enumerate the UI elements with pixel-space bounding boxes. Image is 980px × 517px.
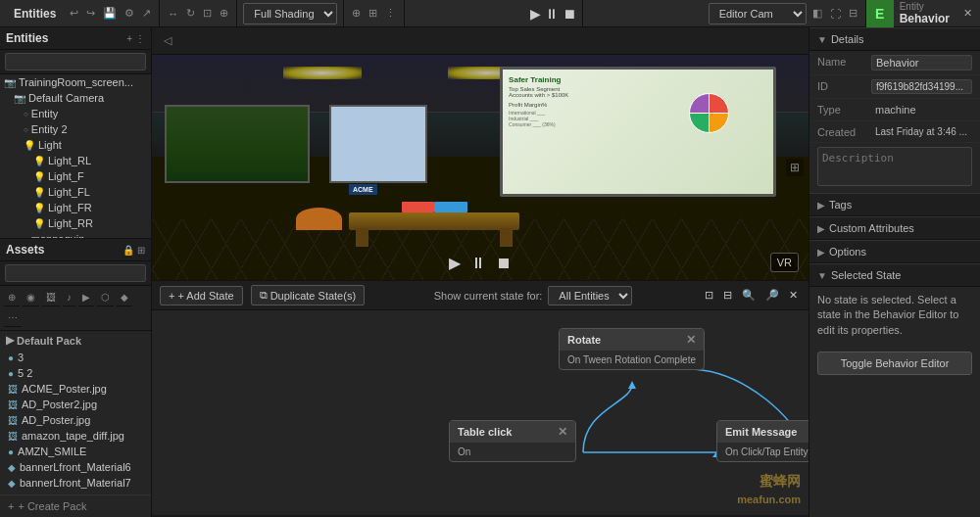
beh-close-icon[interactable]: ✕ (786, 287, 801, 304)
selected-state-section-header[interactable]: ▼ Selected State (809, 263, 980, 287)
options-section-header[interactable]: ▶ Options (809, 240, 980, 263)
behavior-area: + + Add State ⧉ Duplicate State(s) Show … (152, 280, 808, 515)
vr-headset-button[interactable]: VR (770, 253, 799, 272)
custom-attr-section-header[interactable]: ▶ Custom Attributes (809, 216, 980, 240)
expand-icon[interactable]: ⊞ (786, 159, 804, 176)
assets-default-pack-section[interactable]: ▶ Default Pack (0, 331, 151, 350)
close-right-icon[interactable]: ✕ (956, 7, 980, 20)
selected-state-section-label: Selected State (831, 269, 902, 281)
fullscreen-icon[interactable]: ⛶ (828, 7, 843, 21)
entities-search-input[interactable] (5, 53, 146, 70)
pause-button[interactable]: ⏸ (545, 6, 559, 22)
asset-item-3[interactable]: ● 3 (0, 350, 151, 365)
tree-item-light-rl[interactable]: 💡 Light_RL (29, 153, 151, 168)
tags-section-header[interactable]: ▶ Tags (809, 193, 980, 216)
undo-icon[interactable]: ↩ (68, 6, 80, 21)
assets-more-icon[interactable]: ⋯ (4, 309, 22, 327)
tree-item-light-fr[interactable]: 💡 Light_FR (29, 200, 151, 215)
assets-search-input[interactable] (5, 264, 146, 282)
create-pack-button[interactable]: + + Create Pack (0, 494, 151, 517)
duplicate-state-button[interactable]: ⧉ Duplicate State(s) (251, 285, 365, 306)
entity-filter-select[interactable]: All Entities (548, 286, 632, 306)
viewport-play-btn[interactable]: ▶ (449, 254, 461, 272)
tree-item-light-rr[interactable]: 💡 Light_RR (29, 215, 151, 231)
tree-item-light-fl[interactable]: 💡 Light_FL (29, 184, 151, 200)
rotate-node-title: Rotate (567, 334, 601, 346)
light-rl-icon: 💡 (33, 156, 45, 166)
tree-item-defaultcam[interactable]: 📷 Default Camera (10, 90, 151, 106)
assets-audio-icon[interactable]: ♪ (63, 289, 75, 306)
asset-item-banner7[interactable]: ◆ bannerLfront_Material7 (0, 475, 151, 491)
asset-item-52[interactable]: ● 5 2 (0, 365, 151, 381)
tree-item-mannequin[interactable]: ○ mannequin (20, 231, 151, 238)
beh-fit-icon[interactable]: ⊟ (720, 287, 735, 304)
scale-icon[interactable]: ⊡ (201, 6, 214, 21)
align-h-icon[interactable]: ⊞ (367, 6, 379, 21)
camera-dropdown[interactable]: Editor Cam Default Camera (709, 3, 807, 24)
beh-zoom-out-icon[interactable]: 🔍 (739, 287, 759, 304)
align-center-icon[interactable]: ⊕ (350, 6, 363, 21)
tags-section-label: Tags (829, 199, 852, 211)
viewport-pause-btn[interactable]: ⏸ (470, 254, 486, 272)
gear-icon[interactable]: ⚙ (122, 6, 136, 21)
tree-item-light[interactable]: 💡 Light (20, 137, 151, 153)
custom-attr-section-label: Custom Attributes (829, 222, 914, 234)
rotate-icon2[interactable]: ↻ (184, 6, 197, 21)
prop-created-row: Created Last Friday at 3:46 ... (809, 121, 980, 143)
assets-image-icon[interactable]: 🖼 (42, 289, 60, 306)
back-arrow-icon[interactable]: ◁ (160, 32, 175, 49)
tree-item-entity[interactable]: ○ Entity (20, 106, 151, 121)
entities-add-icon[interactable]: + (126, 33, 132, 44)
toggle-behavior-editor-button[interactable]: Toggle Behavior Editor (817, 352, 972, 375)
play-button[interactable]: ▶ (530, 6, 541, 22)
viewport-stop-btn[interactable]: ⏹ (496, 254, 512, 272)
assets-video-icon[interactable]: ▶ (78, 289, 94, 306)
tableclick-state-node[interactable]: Table click ✕ On (449, 420, 576, 462)
toggle-behavior-label: Toggle Behavior Editor (841, 357, 950, 369)
light-f-icon: 💡 (33, 171, 45, 182)
tree-item-entity2[interactable]: ○ Entity 2 (20, 121, 151, 137)
entities-panel-title: Entities (6, 31, 48, 45)
layout-icon[interactable]: ⊟ (847, 6, 859, 21)
assets-material-icon[interactable]: ◆ (117, 289, 132, 306)
entities-options-icon[interactable]: ⋮ (135, 33, 145, 44)
assets-all-icon[interactable]: ⊕ (4, 289, 20, 306)
snap2-icon[interactable]: ⋮ (383, 6, 398, 21)
rotate-node-body: On Tween Rotation Complete (560, 351, 704, 369)
behavior-canvas[interactable]: Rotate ✕ On Tween Rotation Complete Tabl… (152, 310, 808, 515)
assets-grid-icon[interactable]: ⊞ (137, 245, 145, 256)
asset-item-adposter2[interactable]: 🖼 AD_Poster2.jpg (0, 397, 151, 412)
tree-item-light-f[interactable]: 💡 Light_F (29, 168, 151, 184)
details-section-header[interactable]: ▼ Details (809, 27, 980, 51)
playback-section: ▶ ⏸ ⏹ (524, 0, 583, 26)
add-state-button[interactable]: + + Add State (160, 286, 243, 306)
description-input[interactable] (817, 147, 972, 186)
save-icon[interactable]: 💾 (101, 6, 119, 21)
assets-lock-icon[interactable]: 🔒 (122, 245, 134, 256)
asset-item-amazon-tape[interactable]: 🖼 amazon_tape_diff.jpg (0, 428, 151, 444)
share-icon[interactable]: ↗ (140, 6, 153, 21)
tableclick-node-close[interactable]: ✕ (558, 425, 567, 439)
snap-icon[interactable]: ⊕ (218, 6, 230, 21)
transform-icon[interactable]: ↔ (166, 7, 180, 21)
assets-3d-icon[interactable]: ⬡ (97, 289, 114, 306)
asset-image-icon: 🖼 (8, 384, 18, 395)
asset-item-adposter[interactable]: 🖼 AD_Poster.jpg (0, 412, 151, 428)
beh-zoom-in-icon[interactable]: 🔎 (762, 287, 782, 304)
asset-label: AMZN_SMILE (18, 446, 86, 457)
redo-icon[interactable]: ↪ (84, 6, 97, 21)
shading-dropdown[interactable]: Full Shading Wireframe Solid (243, 3, 337, 24)
create-pack-label: + Create Pack (18, 500, 86, 512)
beh-frame-icon[interactable]: ⊡ (702, 287, 716, 304)
rotate-node-close[interactable]: ✕ (686, 333, 696, 347)
asset-item-banner6[interactable]: ◆ bannerLfront_Material6 (0, 459, 151, 475)
asset-item-acme[interactable]: 🖼 ACME_Poster.jpg (0, 381, 151, 397)
tree-item-trainingroom[interactable]: 📷 TrainingRoom_screen... (0, 74, 151, 90)
vr-icon[interactable]: ◧ (810, 6, 824, 21)
assets-scene-icon[interactable]: ◉ (23, 289, 39, 306)
asset-item-amzn-smile[interactable]: ● AMZN_SMILE (0, 444, 151, 459)
emit-state-node[interactable]: Emit Message ✕ On Click/Tap Entity (716, 420, 808, 462)
stop-button[interactable]: ⏹ (563, 6, 576, 22)
rotate-state-node[interactable]: Rotate ✕ On Tween Rotation Complete (559, 328, 705, 370)
options-section-label: Options (829, 246, 866, 258)
